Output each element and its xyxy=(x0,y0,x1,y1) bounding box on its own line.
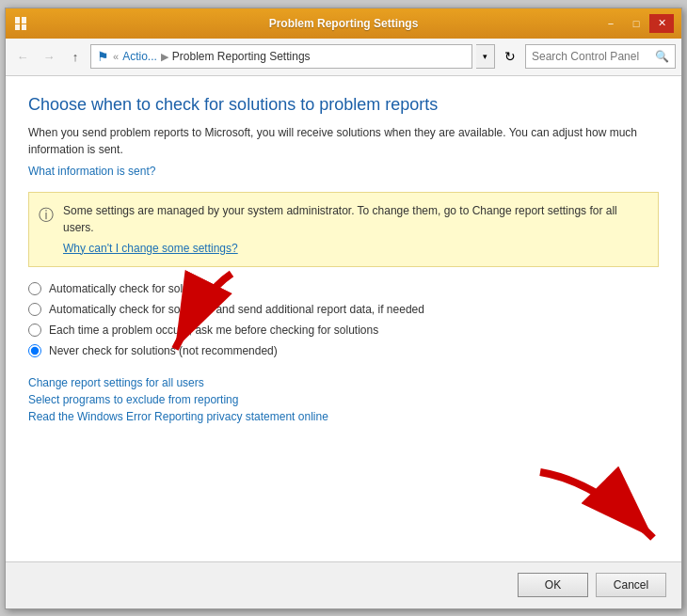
window-controls: − □ ✕ xyxy=(599,14,674,33)
breadcrumb-prefix: « xyxy=(113,51,119,62)
red-arrow-2 xyxy=(521,463,672,557)
privacy-statement-link[interactable]: Read the Windows Error Reporting privacy… xyxy=(28,410,659,423)
description-text: When you send problem reports to Microso… xyxy=(28,124,659,158)
refresh-button[interactable]: ↻ xyxy=(499,45,521,68)
radio-label-1: Automatically check for solutions and se… xyxy=(49,303,424,316)
radio-item-2[interactable]: Each time a problem occurs, ask me befor… xyxy=(28,324,659,337)
title-bar: Problem Reporting Settings − □ ✕ xyxy=(6,8,681,39)
infobox-text: Some settings are managed by your system… xyxy=(63,204,617,234)
svg-rect-2 xyxy=(15,24,20,30)
minimize-button[interactable]: − xyxy=(599,14,623,33)
radio-opt2[interactable] xyxy=(28,303,41,316)
exclude-programs-link[interactable]: Select programs to exclude from reportin… xyxy=(28,393,659,406)
radio-opt1[interactable] xyxy=(28,282,41,295)
ok-button[interactable]: OK xyxy=(518,573,588,597)
info-box: ⓘ Some settings are managed by your syst… xyxy=(28,192,659,267)
main-window: Problem Reporting Settings − □ ✕ ← → ↑ ⚑… xyxy=(5,8,682,609)
radio-item-3[interactable]: Never check for solutions (not recommend… xyxy=(28,344,659,357)
svg-rect-3 xyxy=(22,24,26,30)
links-section: Change report settings for all users Sel… xyxy=(28,376,659,423)
radio-label-0: Automatically check for solutions xyxy=(49,282,213,295)
restore-button[interactable]: □ xyxy=(624,14,648,33)
why-cant-link[interactable]: Why can't I change some settings? xyxy=(63,240,647,257)
breadcrumb-sep1: ▶ xyxy=(161,51,168,63)
content-area: Choose when to check for solutions to pr… xyxy=(6,76,681,561)
breadcrumb-bar: ⚑ « Actio... ▶ Problem Reporting Setting… xyxy=(90,44,472,69)
svg-rect-1 xyxy=(22,17,26,24)
radio-item-0[interactable]: Automatically check for solutions xyxy=(28,282,659,295)
close-button[interactable]: ✕ xyxy=(649,14,674,33)
cancel-button[interactable]: Cancel xyxy=(596,573,666,597)
page-heading: Choose when to check for solutions to pr… xyxy=(28,95,659,115)
radio-opt3[interactable] xyxy=(28,324,41,337)
what-info-link[interactable]: What information is sent? xyxy=(28,165,155,178)
breadcrumb-flag-icon: ⚑ xyxy=(97,49,109,64)
search-icon: 🔍 xyxy=(655,50,669,63)
window-icon xyxy=(13,16,28,31)
breadcrumb-dropdown[interactable]: ▾ xyxy=(476,44,495,69)
radio-opt4[interactable] xyxy=(28,344,41,357)
radio-label-2: Each time a problem occurs, ask me befor… xyxy=(49,324,378,337)
search-input[interactable] xyxy=(532,50,651,63)
breadcrumb-current: Problem Reporting Settings xyxy=(172,50,311,63)
search-box: 🔍 xyxy=(525,44,676,69)
svg-rect-0 xyxy=(15,17,20,24)
radio-label-3: Never check for solutions (not recommend… xyxy=(49,344,278,357)
info-icon: ⓘ xyxy=(39,204,54,227)
window-title: Problem Reporting Settings xyxy=(6,17,681,30)
change-report-link[interactable]: Change report settings for all users xyxy=(28,376,659,389)
breadcrumb-actio-link[interactable]: Actio... xyxy=(122,50,157,63)
radio-item-1[interactable]: Automatically check for solutions and se… xyxy=(28,303,659,316)
back-button[interactable]: ← xyxy=(11,45,34,68)
address-bar: ← → ↑ ⚑ « Actio... ▶ Problem Reporting S… xyxy=(6,39,681,76)
footer: OK Cancel xyxy=(6,561,681,608)
radio-group: Automatically check for solutions Automa… xyxy=(28,282,659,357)
forward-button[interactable]: → xyxy=(38,45,60,68)
up-button[interactable]: ↑ xyxy=(64,45,87,68)
